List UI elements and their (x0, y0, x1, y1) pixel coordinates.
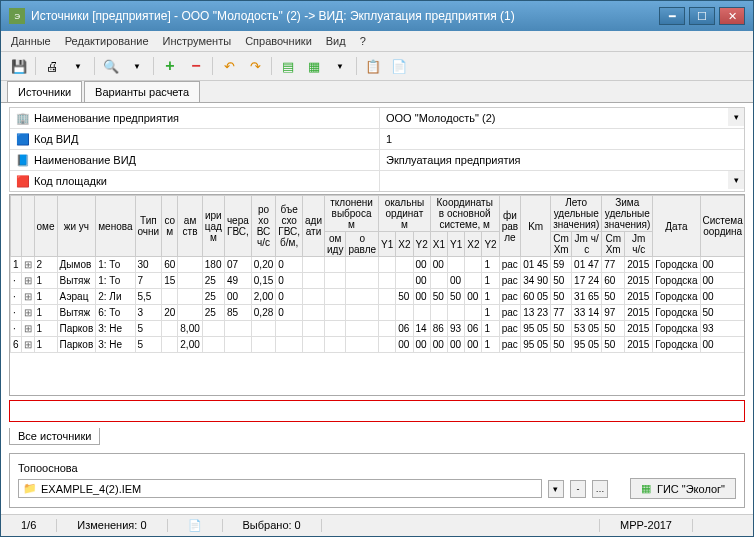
table-cell[interactable]: 93 (447, 321, 464, 337)
table-cell[interactable]: рас (499, 337, 520, 353)
prop-value[interactable] (380, 171, 728, 191)
redo-icon[interactable]: ↷ (245, 56, 265, 76)
table-cell[interactable] (325, 257, 346, 273)
table-cell[interactable]: Городска (653, 289, 700, 305)
dropdown-icon[interactable]: ▼ (68, 56, 88, 76)
table-cell[interactable] (396, 273, 413, 289)
table-cell[interactable] (162, 337, 178, 353)
menu-data[interactable]: Данные (11, 35, 51, 47)
col-header[interactable] (11, 196, 22, 257)
table-cell[interactable]: · (11, 289, 22, 305)
table-cell[interactable]: 00 (465, 337, 482, 353)
table-cell[interactable] (276, 321, 303, 337)
browse-button[interactable]: … (592, 480, 608, 498)
table-cell[interactable]: 5,5 (135, 289, 162, 305)
table-cell[interactable]: 60 (602, 273, 625, 289)
table-cell[interactable] (325, 321, 346, 337)
table-cell[interactable] (162, 289, 178, 305)
data-grid[interactable]: оме жи уч менова Тип очни со м ам ств ир… (10, 195, 744, 353)
table-cell[interactable] (202, 321, 224, 337)
table-cell[interactable]: ⊞ (21, 321, 34, 337)
paste-icon[interactable]: 📄 (389, 56, 409, 76)
table-cell[interactable] (325, 337, 346, 353)
table-cell[interactable]: Дымов (57, 257, 96, 273)
table-cell[interactable]: 59 (551, 257, 572, 273)
table-row[interactable]: 1⊞2Дымов1: То3060180070,20000001рас01 45… (11, 257, 745, 273)
table-cell[interactable]: 25 (202, 305, 224, 321)
col-header[interactable]: менова (96, 196, 135, 257)
table-cell[interactable]: 60 (162, 257, 178, 273)
table-cell[interactable] (178, 257, 202, 273)
table-cell[interactable]: 50 (447, 289, 464, 305)
table-cell[interactable] (325, 273, 346, 289)
table-cell[interactable]: Вытяж (57, 273, 96, 289)
table-cell[interactable] (346, 273, 379, 289)
table-cell[interactable]: 1 (482, 321, 499, 337)
table-cell[interactable] (303, 321, 325, 337)
table-cell[interactable]: ⊞ (21, 257, 34, 273)
table-cell[interactable]: 2 (34, 257, 57, 273)
table-cell[interactable]: 01 47 (572, 257, 602, 273)
table-cell[interactable]: 50 (551, 321, 572, 337)
table-cell[interactable] (325, 305, 346, 321)
table-cell[interactable]: Городска (653, 305, 700, 321)
table-cell[interactable]: Городска (653, 337, 700, 353)
table-cell[interactable]: 0,20 (251, 257, 275, 273)
table-cell[interactable]: 50 (602, 321, 625, 337)
table-cell[interactable] (379, 257, 396, 273)
col-header[interactable]: Y2 (482, 232, 499, 257)
table-cell[interactable]: 1: То (96, 273, 135, 289)
table-cell[interactable]: 8,00 (178, 321, 202, 337)
table-cell[interactable]: Парков (57, 321, 96, 337)
table-cell[interactable]: Парков (57, 337, 96, 353)
table-cell[interactable] (396, 257, 413, 273)
table-cell[interactable] (325, 289, 346, 305)
table-cell[interactable]: рас (499, 289, 520, 305)
table-cell[interactable]: 86 (430, 321, 447, 337)
dropdown-icon[interactable]: ▼ (330, 56, 350, 76)
table-cell[interactable] (379, 337, 396, 353)
table-cell[interactable] (251, 321, 275, 337)
undo-icon[interactable]: ↶ (219, 56, 239, 76)
table-row[interactable]: ·⊞1Вытяж1: То71525490,15000001рас34 9050… (11, 273, 745, 289)
col-header[interactable]: ади ати (303, 196, 325, 257)
table-cell[interactable]: 1 (34, 337, 57, 353)
add-icon[interactable]: + (160, 56, 180, 76)
table-cell[interactable]: 0,28 (251, 305, 275, 321)
table-cell[interactable]: 50 (602, 289, 625, 305)
table-cell[interactable]: 0 (276, 305, 303, 321)
prop-value[interactable]: 1 (380, 129, 744, 149)
table-cell[interactable] (379, 289, 396, 305)
menu-refs[interactable]: Справочники (245, 35, 312, 47)
table-cell[interactable] (396, 305, 413, 321)
table-cell[interactable] (224, 321, 251, 337)
maximize-button[interactable]: ☐ (689, 7, 715, 25)
gis-button[interactable]: ▦ ГИС "Эколог" (630, 478, 736, 499)
table-cell[interactable]: 3: Не (96, 337, 135, 353)
table-cell[interactable]: 00 (224, 289, 251, 305)
col-header[interactable]: X1 (430, 232, 447, 257)
col-header[interactable]: Дата (653, 196, 700, 257)
table-cell[interactable]: 7 (135, 273, 162, 289)
table-cell[interactable]: 60 05 (521, 289, 551, 305)
tab-variants[interactable]: Варианты расчета (84, 81, 200, 102)
table-cell[interactable]: 00 (700, 289, 744, 305)
table-cell[interactable] (465, 273, 482, 289)
table-cell[interactable]: 3: Не (96, 321, 135, 337)
table-cell[interactable] (303, 305, 325, 321)
col-header[interactable]: Лето удельные значения) (551, 196, 602, 232)
table-cell[interactable]: 50 (396, 289, 413, 305)
col-header[interactable]: ом иду (325, 232, 346, 257)
col-header[interactable]: фи рав ле (499, 196, 520, 257)
table-cell[interactable]: 2015 (625, 321, 653, 337)
table-cell[interactable]: 3 (135, 305, 162, 321)
table-cell[interactable] (465, 305, 482, 321)
table-cell[interactable] (178, 273, 202, 289)
table-cell[interactable]: Аэрац (57, 289, 96, 305)
col-header[interactable]: Y1 (447, 232, 464, 257)
table-cell[interactable]: 00 (465, 289, 482, 305)
table-cell[interactable]: 13 23 (521, 305, 551, 321)
table-cell[interactable] (379, 273, 396, 289)
table-row[interactable]: 6⊞1Парков3: Не52,0000000000001рас95 0550… (11, 337, 745, 353)
table-cell[interactable]: 85 (224, 305, 251, 321)
